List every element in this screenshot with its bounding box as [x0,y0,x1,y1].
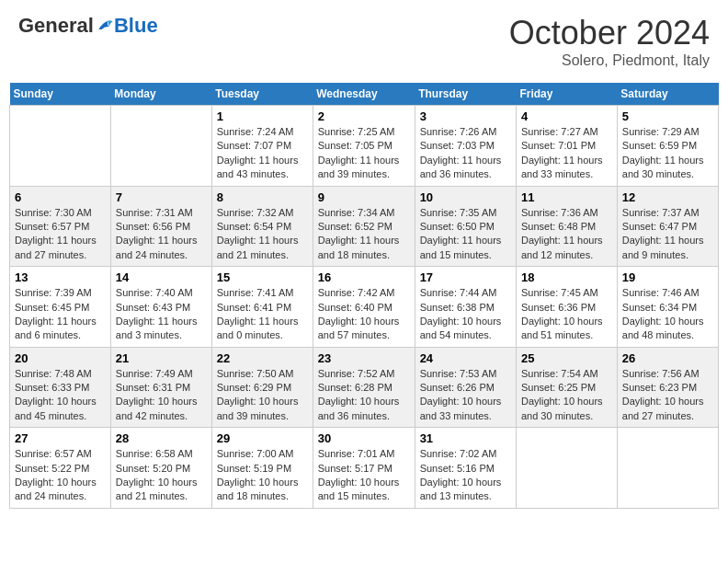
day-number: 29 [217,431,308,445]
calendar-cell [10,106,111,187]
cell-sun-info: Sunrise: 7:25 AMSunset: 7:05 PMDaylight:… [318,125,410,182]
cell-sun-info: Sunrise: 7:34 AMSunset: 6:52 PMDaylight:… [318,206,410,263]
day-number: 9 [318,190,410,204]
calendar-cell: 7Sunrise: 7:31 AMSunset: 6:56 PMDaylight… [110,186,211,267]
day-number: 18 [521,270,612,284]
day-number: 19 [622,270,713,284]
calendar-cell: 1Sunrise: 7:24 AMSunset: 7:07 PMDaylight… [211,106,313,187]
cell-sun-info: Sunrise: 6:57 AMSunset: 5:22 PMDaylight:… [15,447,106,504]
cell-sun-info: Sunrise: 7:45 AMSunset: 6:36 PMDaylight:… [521,286,612,343]
day-number: 4 [521,109,612,123]
calendar-cell: 19Sunrise: 7:46 AMSunset: 6:34 PMDayligh… [617,267,718,348]
calendar-cell: 22Sunrise: 7:50 AMSunset: 6:29 PMDayligh… [211,347,313,428]
calendar-cell: 24Sunrise: 7:53 AMSunset: 6:26 PMDayligh… [415,347,516,428]
cell-sun-info: Sunrise: 7:53 AMSunset: 6:26 PMDaylight:… [420,367,511,424]
logo-general-text: General [18,14,94,38]
cell-sun-info: Sunrise: 7:00 AMSunset: 5:19 PMDaylight:… [217,447,308,504]
calendar-cell: 16Sunrise: 7:42 AMSunset: 6:40 PMDayligh… [313,267,415,348]
day-number: 3 [420,109,511,123]
calendar-week-row: 27Sunrise: 6:57 AMSunset: 5:22 PMDayligh… [10,428,719,509]
cell-sun-info: Sunrise: 7:49 AMSunset: 6:31 PMDaylight:… [116,367,207,424]
cell-sun-info: Sunrise: 7:35 AMSunset: 6:50 PMDaylight:… [420,206,511,263]
day-number: 5 [622,109,713,123]
calendar-cell: 2Sunrise: 7:25 AMSunset: 7:05 PMDaylight… [313,106,415,187]
calendar-cell: 6Sunrise: 7:30 AMSunset: 6:57 PMDaylight… [10,186,111,267]
day-number: 11 [521,190,612,204]
cell-sun-info: Sunrise: 7:46 AMSunset: 6:34 PMDaylight:… [622,286,713,343]
weekday-header: Sunday [10,83,111,106]
calendar-cell: 25Sunrise: 7:54 AMSunset: 6:25 PMDayligh… [516,347,617,428]
weekday-header: Friday [516,83,617,106]
calendar-cell: 31Sunrise: 7:02 AMSunset: 5:16 PMDayligh… [415,428,516,509]
day-number: 7 [116,190,207,204]
day-number: 14 [116,270,207,284]
calendar-week-row: 1Sunrise: 7:24 AMSunset: 7:07 PMDaylight… [10,106,719,187]
page-header: General Blue October 2024 Solero, Piedmo… [9,9,719,74]
calendar-cell: 12Sunrise: 7:37 AMSunset: 6:47 PMDayligh… [617,186,718,267]
cell-sun-info: Sunrise: 7:32 AMSunset: 6:54 PMDaylight:… [217,206,308,263]
cell-sun-info: Sunrise: 7:48 AMSunset: 6:33 PMDaylight:… [15,367,106,424]
calendar-cell: 10Sunrise: 7:35 AMSunset: 6:50 PMDayligh… [415,186,516,267]
calendar-cell [617,428,718,509]
day-number: 1 [217,109,308,123]
calendar-table: SundayMondayTuesdayWednesdayThursdayFrid… [9,83,719,509]
calendar-cell [516,428,617,509]
day-number: 6 [15,190,106,204]
month-title: October 2024 [509,14,710,52]
cell-sun-info: Sunrise: 7:41 AMSunset: 6:41 PMDaylight:… [217,286,308,343]
calendar-cell: 23Sunrise: 7:52 AMSunset: 6:28 PMDayligh… [313,347,415,428]
calendar-header-row: SundayMondayTuesdayWednesdayThursdayFrid… [10,83,719,106]
calendar-cell: 11Sunrise: 7:36 AMSunset: 6:48 PMDayligh… [516,186,617,267]
cell-sun-info: Sunrise: 7:31 AMSunset: 6:56 PMDaylight:… [116,206,207,263]
calendar-cell: 29Sunrise: 7:00 AMSunset: 5:19 PMDayligh… [211,428,313,509]
logo: General Blue [18,14,158,38]
cell-sun-info: Sunrise: 7:27 AMSunset: 7:01 PMDaylight:… [521,125,612,182]
calendar-cell: 18Sunrise: 7:45 AMSunset: 6:36 PMDayligh… [516,267,617,348]
weekday-header: Wednesday [313,83,415,106]
cell-sun-info: Sunrise: 7:02 AMSunset: 5:16 PMDaylight:… [420,447,511,504]
cell-sun-info: Sunrise: 7:26 AMSunset: 7:03 PMDaylight:… [420,125,511,182]
cell-sun-info: Sunrise: 7:36 AMSunset: 6:48 PMDaylight:… [521,206,612,263]
day-number: 10 [420,190,511,204]
calendar-cell: 4Sunrise: 7:27 AMSunset: 7:01 PMDaylight… [516,106,617,187]
cell-sun-info: Sunrise: 7:50 AMSunset: 6:29 PMDaylight:… [217,367,308,424]
cell-sun-info: Sunrise: 7:52 AMSunset: 6:28 PMDaylight:… [318,367,410,424]
day-number: 25 [521,351,612,365]
calendar-week-row: 6Sunrise: 7:30 AMSunset: 6:57 PMDaylight… [10,186,719,267]
calendar-cell: 9Sunrise: 7:34 AMSunset: 6:52 PMDaylight… [313,186,415,267]
day-number: 24 [420,351,511,365]
calendar-cell: 28Sunrise: 6:58 AMSunset: 5:20 PMDayligh… [110,428,211,509]
weekday-header: Tuesday [211,83,313,106]
day-number: 12 [622,190,713,204]
title-area: October 2024 Solero, Piedmont, Italy [509,14,710,69]
calendar-cell: 3Sunrise: 7:26 AMSunset: 7:03 PMDaylight… [415,106,516,187]
logo-bird-icon [96,17,114,35]
cell-sun-info: Sunrise: 7:30 AMSunset: 6:57 PMDaylight:… [15,206,106,263]
cell-sun-info: Sunrise: 7:44 AMSunset: 6:38 PMDaylight:… [420,286,511,343]
cell-sun-info: Sunrise: 6:58 AMSunset: 5:20 PMDaylight:… [116,447,207,504]
weekday-header: Saturday [617,83,718,106]
calendar-cell: 27Sunrise: 6:57 AMSunset: 5:22 PMDayligh… [10,428,111,509]
day-number: 16 [318,270,410,284]
day-number: 22 [217,351,308,365]
weekday-header: Monday [110,83,211,106]
day-number: 20 [15,351,106,365]
cell-sun-info: Sunrise: 7:56 AMSunset: 6:23 PMDaylight:… [622,367,713,424]
logo-blue-text: Blue [114,14,158,38]
calendar-week-row: 13Sunrise: 7:39 AMSunset: 6:45 PMDayligh… [10,267,719,348]
cell-sun-info: Sunrise: 7:42 AMSunset: 6:40 PMDaylight:… [318,286,410,343]
calendar-cell: 26Sunrise: 7:56 AMSunset: 6:23 PMDayligh… [617,347,718,428]
calendar-cell: 21Sunrise: 7:49 AMSunset: 6:31 PMDayligh… [110,347,211,428]
cell-sun-info: Sunrise: 7:40 AMSunset: 6:43 PMDaylight:… [116,286,207,343]
calendar-cell: 5Sunrise: 7:29 AMSunset: 6:59 PMDaylight… [617,106,718,187]
day-number: 28 [116,431,207,445]
location-subtitle: Solero, Piedmont, Italy [509,52,710,69]
calendar-cell: 17Sunrise: 7:44 AMSunset: 6:38 PMDayligh… [415,267,516,348]
day-number: 26 [622,351,713,365]
calendar-cell: 30Sunrise: 7:01 AMSunset: 5:17 PMDayligh… [313,428,415,509]
calendar-cell: 15Sunrise: 7:41 AMSunset: 6:41 PMDayligh… [211,267,313,348]
day-number: 31 [420,431,511,445]
calendar-cell: 8Sunrise: 7:32 AMSunset: 6:54 PMDaylight… [211,186,313,267]
day-number: 27 [15,431,106,445]
day-number: 17 [420,270,511,284]
